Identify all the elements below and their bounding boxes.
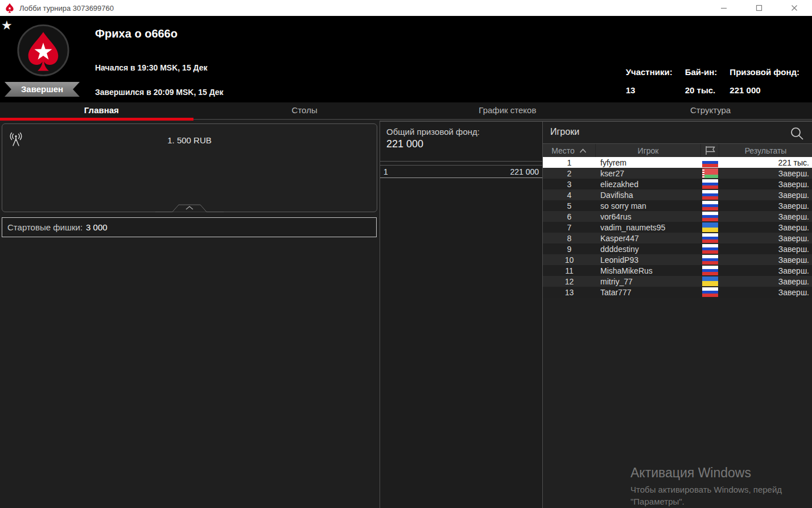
prize-amount: 221 000 — [510, 167, 539, 176]
table-row[interactable]: 5so sorry manЗаверш. — [543, 200, 812, 211]
player-place: 11 — [543, 266, 596, 275]
player-result: Заверш. — [719, 191, 812, 200]
player-name: fyfyrem — [596, 158, 701, 167]
column-header-player[interactable]: Игрок — [596, 144, 701, 157]
prize-place: 1 — [384, 167, 388, 176]
close-icon — [791, 5, 798, 11]
table-row[interactable]: 6vor64rusЗаверш. — [543, 211, 812, 222]
table-row[interactable]: 10LeonidP93Заверш. — [543, 254, 812, 265]
watermark-title: Активация Windows — [630, 465, 812, 481]
tab-main[interactable]: Главная — [0, 102, 203, 121]
flag-cell — [701, 276, 719, 286]
stat-label: Участники: — [626, 67, 673, 77]
column-label: Результаты — [745, 146, 787, 155]
starting-chips-box: Стартовые фишки: 3 000 — [2, 217, 377, 237]
flag-cell — [701, 158, 719, 167]
players-column-headers: Место Игрок Результаты — [543, 144, 812, 157]
watermark-line: "Параметры". — [630, 497, 812, 506]
prize-pool-total: 221 000 — [386, 138, 536, 150]
flag-icon — [702, 244, 718, 254]
player-place: 7 — [543, 223, 596, 232]
table-row[interactable]: 13Tatar777Заверш. — [543, 287, 812, 298]
table-row[interactable]: 12mitriy_77Заверш. — [543, 276, 812, 287]
prize-row[interactable]: 1221 000 — [380, 166, 542, 178]
table-row[interactable]: 9ddddestinyЗаверш. — [543, 243, 812, 254]
player-place: 10 — [543, 255, 596, 265]
player-result: Заверш. — [719, 234, 812, 243]
player-name: ddddestiny — [596, 245, 701, 254]
table-row[interactable]: 8Kasper447Заверш. — [543, 233, 812, 243]
column-header-flag[interactable] — [701, 144, 719, 157]
column-header-place[interactable]: Место — [543, 144, 596, 157]
flag-cell — [701, 233, 719, 243]
player-place: 13 — [543, 288, 596, 297]
player-result: Заверш. — [719, 255, 812, 265]
flag-column-icon — [704, 146, 716, 155]
table-row[interactable]: 11MishaMikeRusЗаверш. — [543, 265, 812, 276]
flag-cell — [701, 244, 719, 254]
stat-value: 13 — [626, 85, 673, 95]
column-header-results[interactable]: Результаты — [719, 144, 812, 157]
flag-icon — [702, 212, 718, 221]
player-result: Заверш. — [719, 277, 812, 286]
start-time: Начался в 19:30 MSK, 15 Дек — [95, 63, 208, 72]
player-name: so sorry man — [596, 201, 701, 210]
tab-stack-chart[interactable]: График стеков — [406, 102, 609, 121]
table-row[interactable]: 3eliezakhedЗаверш. — [543, 179, 812, 189]
column-label: Игрок — [638, 146, 659, 155]
player-name: Davifisha — [596, 191, 701, 200]
table-row[interactable]: 7vadim_naumets95Заверш. — [543, 222, 812, 233]
player-result: Заверш. — [719, 245, 812, 254]
tournament-header: ★ Завершен Фриха о о666о Начался в 19:30… — [0, 16, 812, 102]
minimize-button[interactable] — [706, 0, 741, 16]
collapse-panel-handle[interactable] — [155, 203, 224, 212]
player-result: Заверш. — [719, 212, 812, 221]
player-place: 9 — [543, 245, 596, 254]
stat-label: Призовой фонд: — [729, 67, 799, 77]
search-icon[interactable] — [789, 126, 805, 141]
table-row[interactable]: 4DavifishaЗаверш. — [543, 189, 812, 200]
flag-cell — [701, 179, 719, 189]
table-row[interactable]: 1fyfyrem221 тыс. — [543, 157, 812, 168]
player-name: Tatar777 — [596, 288, 701, 297]
starting-chips-label: Стартовые фишки: — [7, 222, 83, 232]
tournament-lobby-window: Лобби турнира 3073699760 ★ Завершен Фрих… — [0, 0, 812, 508]
window-title: Лобби турнира 3073699760 — [19, 4, 114, 13]
prize-rows: 1221 000 — [380, 166, 542, 178]
prize-pool-title: Общий призовой фонд: — [386, 127, 536, 137]
windows-activation-watermark: Активация Windows Чтобы активировать Win… — [630, 465, 812, 506]
flag-icon — [702, 158, 718, 167]
tab-tables[interactable]: Столы — [203, 102, 406, 121]
flag-cell — [701, 266, 719, 275]
table-row[interactable]: 2kser27Заверш. — [543, 168, 812, 179]
flag-icon — [702, 201, 718, 210]
tournament-stats: Участники: 13 Бай-ин: 20 тыс. Призовой ф… — [626, 67, 799, 95]
player-place: 4 — [543, 191, 596, 200]
stat-entrants: Участники: 13 — [626, 67, 673, 95]
tab-structure[interactable]: Структура — [609, 102, 812, 121]
flag-icon — [702, 287, 718, 297]
flag-icon — [702, 168, 718, 178]
status-badge: Завершен — [5, 82, 80, 97]
stat-value: 221 000 — [729, 85, 799, 95]
flag-cell — [701, 212, 719, 221]
sort-ascending-icon — [579, 148, 587, 153]
window-controls — [706, 0, 812, 16]
players-title: Игроки — [550, 127, 579, 137]
player-result: Заверш. — [719, 201, 812, 210]
flag-cell — [701, 168, 719, 178]
tab-bar: Главная Столы График стеков Структура — [0, 102, 812, 121]
prize-pool-panel: Общий призовой фонд: 221 000 1221 000 — [380, 121, 543, 508]
prize-table-spacer — [380, 162, 542, 166]
favorite-star-icon[interactable]: ★ — [1, 19, 13, 32]
player-name: eliezakhed — [596, 180, 701, 189]
tournament-logo — [16, 22, 71, 79]
current-level-text: 1. 500 RUB — [2, 135, 377, 145]
player-place: 6 — [543, 212, 596, 221]
players-header: Игроки — [543, 122, 812, 144]
flag-cell — [701, 201, 719, 210]
starting-chips-value: 3 000 — [86, 222, 108, 232]
maximize-button[interactable] — [741, 0, 777, 16]
close-button[interactable] — [777, 0, 812, 16]
player-result: Заверш. — [719, 223, 812, 232]
